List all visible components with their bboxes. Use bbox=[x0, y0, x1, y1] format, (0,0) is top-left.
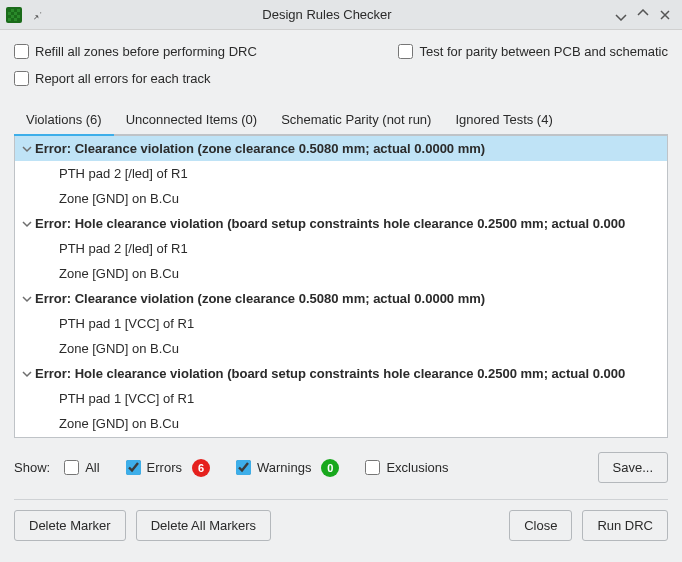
filter-warnings-label: Warnings bbox=[257, 460, 311, 475]
errors-count-badge: 6 bbox=[192, 459, 210, 477]
violations-list[interactable]: Error: Clearance violation (zone clearan… bbox=[14, 136, 668, 438]
tab-bar: Violations (6) Unconnected Items (0) Sch… bbox=[14, 104, 668, 136]
save-button[interactable]: Save... bbox=[598, 452, 668, 483]
warnings-count-badge: 0 bbox=[321, 459, 339, 477]
report-all-checkbox[interactable]: Report all errors for each track bbox=[14, 71, 211, 86]
parity-label: Test for parity between PCB and schemati… bbox=[419, 44, 668, 59]
filter-exclusions-label: Exclusions bbox=[386, 460, 448, 475]
violation-detail[interactable]: PTH pad 2 [/led] of R1 bbox=[15, 236, 667, 261]
violation-detail[interactable]: PTH pad 2 [/led] of R1 bbox=[15, 161, 667, 186]
titlebar: Design Rules Checker bbox=[0, 0, 682, 30]
filter-bar: Show: All Errors 6 Warnings 0 Exclusions… bbox=[14, 438, 668, 487]
delete-all-markers-button[interactable]: Delete All Markers bbox=[136, 510, 271, 541]
tab-unconnected[interactable]: Unconnected Items (0) bbox=[114, 104, 270, 136]
report-all-label: Report all errors for each track bbox=[35, 71, 211, 86]
filter-all-checkbox[interactable]: All bbox=[64, 460, 99, 475]
filter-warnings-input[interactable] bbox=[236, 460, 251, 475]
minimize-icon[interactable] bbox=[610, 4, 632, 26]
refill-zones-input[interactable] bbox=[14, 44, 29, 59]
violation-detail[interactable]: Zone [GND] on B.Cu bbox=[15, 411, 667, 436]
report-all-input[interactable] bbox=[14, 71, 29, 86]
separator bbox=[14, 499, 668, 500]
violation-title: Error: Hole clearance violation (board s… bbox=[35, 216, 625, 231]
violation-row[interactable]: Error: Clearance violation (zone clearan… bbox=[15, 286, 667, 311]
violation-title: Error: Clearance violation (zone clearan… bbox=[35, 291, 485, 306]
show-label: Show: bbox=[14, 460, 50, 475]
chevron-down-icon bbox=[19, 219, 35, 229]
filter-exclusions-checkbox[interactable]: Exclusions bbox=[365, 460, 448, 475]
tab-schematic-parity[interactable]: Schematic Parity (not run) bbox=[269, 104, 443, 136]
violation-detail[interactable]: Zone [GND] on B.Cu bbox=[15, 336, 667, 361]
action-bar: Delete Marker Delete All Markers Close R… bbox=[14, 510, 668, 541]
pin-icon[interactable] bbox=[30, 8, 44, 22]
violation-detail[interactable]: PTH pad 1 [VCC] of R1 bbox=[15, 311, 667, 336]
violation-detail[interactable]: PTH pad 1 [VCC] of R1 bbox=[15, 386, 667, 411]
parity-input[interactable] bbox=[398, 44, 413, 59]
filter-errors-label: Errors bbox=[147, 460, 182, 475]
violation-row[interactable]: Error: Hole clearance violation (board s… bbox=[15, 211, 667, 236]
filter-all-label: All bbox=[85, 460, 99, 475]
close-icon[interactable] bbox=[654, 4, 676, 26]
window-title: Design Rules Checker bbox=[44, 7, 610, 22]
tab-violations[interactable]: Violations (6) bbox=[14, 104, 114, 136]
drc-dialog: Design Rules Checker Refill all zones be… bbox=[0, 0, 682, 562]
close-button[interactable]: Close bbox=[509, 510, 572, 541]
violation-title: Error: Clearance violation (zone clearan… bbox=[35, 141, 485, 156]
options-row-2: Report all errors for each track bbox=[14, 71, 668, 86]
filter-all-input[interactable] bbox=[64, 460, 79, 475]
violation-row[interactable]: Error: Clearance violation (zone clearan… bbox=[15, 136, 667, 161]
chevron-down-icon bbox=[19, 294, 35, 304]
filter-errors-checkbox[interactable]: Errors 6 bbox=[126, 459, 210, 477]
options-row-1: Refill all zones before performing DRC T… bbox=[14, 44, 668, 59]
violation-title: Error: Hole clearance violation (board s… bbox=[35, 366, 625, 381]
maximize-icon[interactable] bbox=[632, 4, 654, 26]
app-icon bbox=[6, 7, 22, 23]
violation-detail[interactable]: Zone [GND] on B.Cu bbox=[15, 186, 667, 211]
delete-marker-button[interactable]: Delete Marker bbox=[14, 510, 126, 541]
violation-detail[interactable]: Zone [GND] on B.Cu bbox=[15, 261, 667, 286]
run-drc-button[interactable]: Run DRC bbox=[582, 510, 668, 541]
parity-checkbox[interactable]: Test for parity between PCB and schemati… bbox=[398, 44, 668, 59]
violation-row[interactable]: Error: Hole clearance violation (board s… bbox=[15, 361, 667, 386]
tab-ignored-tests[interactable]: Ignored Tests (4) bbox=[443, 104, 564, 136]
chevron-down-icon bbox=[19, 144, 35, 154]
filter-errors-input[interactable] bbox=[126, 460, 141, 475]
chevron-down-icon bbox=[19, 369, 35, 379]
refill-zones-checkbox[interactable]: Refill all zones before performing DRC bbox=[14, 44, 257, 59]
filter-warnings-checkbox[interactable]: Warnings 0 bbox=[236, 459, 339, 477]
filter-exclusions-input[interactable] bbox=[365, 460, 380, 475]
refill-zones-label: Refill all zones before performing DRC bbox=[35, 44, 257, 59]
dialog-content: Refill all zones before performing DRC T… bbox=[0, 30, 682, 562]
